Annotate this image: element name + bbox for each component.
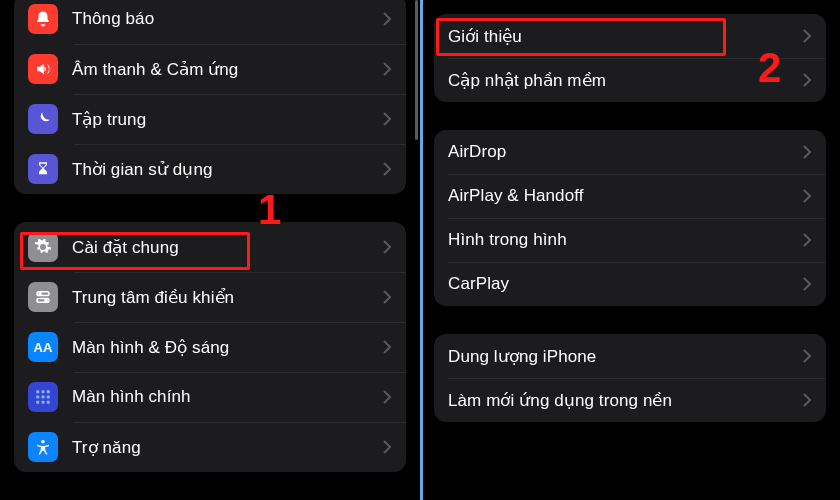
row-software-update[interactable]: Cập nhật phần mềm bbox=[434, 58, 826, 102]
svg-rect-8 bbox=[42, 396, 45, 399]
row-label: AirDrop bbox=[448, 142, 798, 162]
row-control-center[interactable]: Trung tâm điều khiển bbox=[14, 272, 406, 322]
chevron-right-icon bbox=[798, 233, 816, 247]
row-label: Màn hình & Độ sáng bbox=[72, 337, 378, 358]
row-background-refresh[interactable]: Làm mới ứng dụng trong nền bbox=[434, 378, 826, 422]
row-airdrop[interactable]: AirDrop bbox=[434, 130, 826, 174]
chevron-right-icon bbox=[798, 393, 816, 407]
row-label: Trợ năng bbox=[72, 437, 378, 458]
svg-point-1 bbox=[39, 293, 41, 295]
row-general[interactable]: Cài đặt chung bbox=[14, 222, 406, 272]
row-label: Làm mới ứng dụng trong nền bbox=[448, 390, 798, 411]
row-airplay[interactable]: AirPlay & Handoff bbox=[434, 174, 826, 218]
apps-grid-icon bbox=[28, 382, 58, 412]
hourglass-icon bbox=[28, 154, 58, 184]
svg-rect-10 bbox=[36, 401, 39, 404]
chevron-right-icon bbox=[798, 145, 816, 159]
svg-rect-12 bbox=[47, 401, 50, 404]
row-home-screen[interactable]: Màn hình chính bbox=[14, 372, 406, 422]
general-group-storage: Dung lượng iPhone Làm mới ứng dụng trong… bbox=[434, 334, 826, 422]
row-carplay[interactable]: CarPlay bbox=[434, 262, 826, 306]
gear-icon bbox=[28, 232, 58, 262]
row-sounds[interactable]: Âm thanh & Cảm ứng bbox=[14, 44, 406, 94]
chevron-right-icon bbox=[378, 162, 396, 176]
right-edge-mask bbox=[826, 0, 840, 500]
row-label: Trung tâm điều khiển bbox=[72, 287, 378, 308]
svg-rect-6 bbox=[47, 390, 50, 393]
chevron-right-icon bbox=[378, 240, 396, 254]
chevron-right-icon bbox=[378, 340, 396, 354]
display-aa-icon: AA bbox=[28, 332, 58, 362]
moon-icon bbox=[28, 104, 58, 134]
row-label: Dung lượng iPhone bbox=[448, 346, 798, 367]
row-storage[interactable]: Dung lượng iPhone bbox=[434, 334, 826, 378]
svg-rect-9 bbox=[47, 396, 50, 399]
row-focus[interactable]: Tập trung bbox=[14, 94, 406, 144]
svg-rect-5 bbox=[42, 390, 45, 393]
row-label: AirPlay & Handoff bbox=[448, 186, 798, 206]
scrollbar[interactable] bbox=[415, 0, 418, 140]
row-label: Thời gian sử dụng bbox=[72, 159, 378, 180]
row-notifications[interactable]: Thông báo bbox=[14, 0, 406, 44]
row-label: Tập trung bbox=[72, 109, 378, 130]
row-label: Âm thanh & Cảm ứng bbox=[72, 59, 378, 80]
chevron-right-icon bbox=[378, 440, 396, 454]
chevron-right-icon bbox=[378, 290, 396, 304]
settings-group-notifications: Thông báo Âm thanh & Cảm ứng Tập trung bbox=[14, 0, 406, 194]
settings-group-general: Cài đặt chung Trung tâm điều khiển AA Mà… bbox=[14, 222, 406, 472]
chevron-right-icon bbox=[798, 277, 816, 291]
accessibility-icon bbox=[28, 432, 58, 462]
row-label: CarPlay bbox=[448, 274, 798, 294]
speaker-icon bbox=[28, 54, 58, 84]
svg-point-13 bbox=[41, 440, 45, 444]
row-label: Cài đặt chung bbox=[72, 237, 378, 258]
row-label: Giới thiệu bbox=[448, 26, 798, 47]
row-about[interactable]: Giới thiệu bbox=[434, 14, 826, 58]
row-label: Cập nhật phần mềm bbox=[448, 70, 798, 91]
general-group-sharing: AirDrop AirPlay & Handoff Hình trong hìn… bbox=[434, 130, 826, 306]
row-screentime[interactable]: Thời gian sử dụng bbox=[14, 144, 406, 194]
svg-point-3 bbox=[45, 299, 47, 301]
svg-rect-4 bbox=[36, 390, 39, 393]
pane-divider bbox=[420, 0, 423, 500]
row-label: Hình trong hình bbox=[448, 230, 798, 250]
chevron-right-icon bbox=[378, 390, 396, 404]
chevron-right-icon bbox=[798, 189, 816, 203]
general-group-about: Giới thiệu Cập nhật phần mềm bbox=[434, 14, 826, 102]
chevron-right-icon bbox=[378, 112, 396, 126]
chevron-right-icon bbox=[378, 12, 396, 26]
screenshot-canvas: Thông báo Âm thanh & Cảm ứng Tập trung bbox=[0, 0, 840, 500]
toggles-icon bbox=[28, 282, 58, 312]
row-label: Màn hình chính bbox=[72, 387, 378, 407]
settings-pane-right: Giới thiệu Cập nhật phần mềm AirDrop Air… bbox=[420, 0, 840, 500]
svg-rect-7 bbox=[36, 396, 39, 399]
bell-icon bbox=[28, 4, 58, 34]
svg-rect-11 bbox=[42, 401, 45, 404]
row-display[interactable]: AA Màn hình & Độ sáng bbox=[14, 322, 406, 372]
chevron-right-icon bbox=[798, 349, 816, 363]
left-edge-mask bbox=[0, 0, 14, 500]
row-pip[interactable]: Hình trong hình bbox=[434, 218, 826, 262]
chevron-right-icon bbox=[798, 29, 816, 43]
chevron-right-icon bbox=[378, 62, 396, 76]
chevron-right-icon bbox=[798, 73, 816, 87]
row-label: Thông báo bbox=[72, 9, 378, 29]
row-accessibility[interactable]: Trợ năng bbox=[14, 422, 406, 472]
settings-pane-left: Thông báo Âm thanh & Cảm ứng Tập trung bbox=[0, 0, 420, 500]
